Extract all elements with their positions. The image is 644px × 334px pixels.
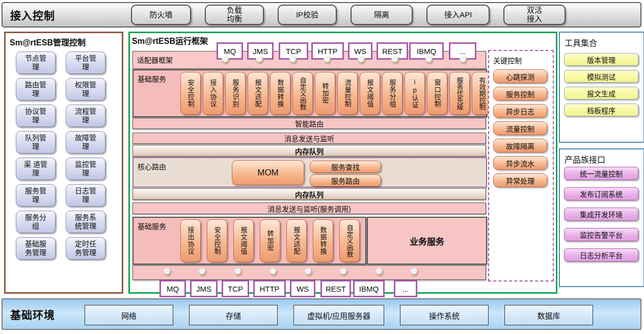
button-label: 日志管理 [73,187,98,204]
button-label: 报文阈值 [367,79,373,108]
message-generate-button[interactable]: 报文生成 [564,87,638,99]
integrated-dev-env-button[interactable]: 集成开发环境 [564,208,638,221]
security-control-button[interactable]: 安全控制 [207,219,227,262]
button-label: 报文生成 [587,88,615,98]
message-adapt-button[interactable]: 报文适配 [286,219,307,262]
smart-routing-bar: 智能路由 [132,118,486,129]
data-transform-button[interactable]: 数据转换 [313,219,333,262]
button-label: 接出协议 [187,226,194,255]
async-flow-button[interactable]: 异步流水 [493,156,547,170]
protocol-mgmt-button[interactable]: 协议管理 [16,105,56,127]
process-mgmt-button[interactable]: 流程管理 [66,105,105,127]
button-label: 隔离 [374,11,389,19]
message-threshold-button[interactable]: 报文阈值 [233,219,254,262]
message-adapt-button[interactable]: 报文适配 [248,72,268,115]
platform-mgmt-button[interactable]: 平台管理 [66,52,105,74]
pub-sub-system-button[interactable]: 发布订阅系统 [564,187,638,200]
connector-arrow-icon: → [323,268,330,275]
log-analysis-platform-button[interactable]: 日志分析平台 [564,248,638,262]
service-lookup-button[interactable]: 服务查找 [310,161,381,173]
async-log-button[interactable]: 异步日志 [493,104,547,118]
queue-mgmt-button[interactable]: 队列管理 [16,131,56,153]
protocol-label: JMS [253,47,268,56]
connector-arrow-icon: → [393,268,400,275]
protocol-label: IBMQ [417,47,436,56]
service-identify-button[interactable]: 服务识别 [225,72,246,115]
button-label: 监控管理 [73,160,98,177]
isolation-button[interactable]: 隔离 [351,5,413,25]
service-control-button[interactable]: 服务控制 [493,87,547,100]
database-button[interactable]: 数据库 [504,305,593,325]
protocol-http-bottom[interactable]: HTTP [253,280,286,297]
flow-control-button[interactable]: 流量控制 [337,72,358,115]
firewall-button[interactable]: 防火墙 [131,5,191,25]
connector-circle [324,56,331,64]
protocol-tcp-bottom[interactable]: TCP [222,280,249,297]
protocol-mq-bottom[interactable]: MQ [159,280,186,297]
connector-arrow-icon: → [238,56,246,63]
button-label: 流量控制 [506,123,534,134]
connector-arrow-icon: → [358,268,365,275]
network-button[interactable]: 网络 [85,305,173,325]
encryption-button[interactable]: 转加密 [260,219,280,262]
log-mgmt-button[interactable]: 日志管理 [66,184,105,207]
unified-flow-control-button[interactable]: 统一流量控制 [564,167,638,180]
window-control-button[interactable]: 窗口控制 [427,72,447,115]
channel-mgmt-button[interactable]: 渠 道管理 [16,158,56,180]
ip-check-button[interactable]: IP校验 [278,5,337,25]
security-control-button[interactable]: 安全控制 [180,72,201,115]
encryption-button[interactable]: 转加密 [315,72,335,115]
access-protocol-button[interactable]: 接入协议 [203,72,223,115]
base-services-top-section: 基础服务 安全控制 接入协议 服务识别 报文适配 数据转换 自定义函数 转加密 … [132,69,487,117]
flow-control-button[interactable]: 流量控制 [493,121,547,135]
protocol-label: HTTP [317,47,337,56]
fault-isolation-button[interactable]: 故障隔离 [493,139,547,152]
connector-arrow-icon: → [287,268,294,275]
os-button[interactable]: 操作系统 [400,305,489,325]
protocol-ws-bottom[interactable]: WS [290,280,315,297]
version-mgmt-button[interactable]: 版本管理 [564,53,638,66]
protocol-jms-bottom[interactable]: JMS [190,280,218,297]
message-threshold-button[interactable]: 报文阈值 [360,72,380,115]
protocol-rest-bottom[interactable]: REST [320,280,351,297]
simulation-test-button[interactable]: 模拟测试 [564,70,638,83]
protocol-label: WS [297,285,309,293]
heartbeat-detect-button[interactable]: 心跳探测 [493,69,547,83]
button-label: 集成开发环境 [580,209,623,219]
button-label: 协议管理 [23,107,48,124]
service-priority-button[interactable]: 服务优先级 [449,72,470,115]
data-transform-button[interactable]: 数据转换 [270,72,290,115]
service-group-button[interactable]: 服务分组 [16,211,56,233]
load-balance-button[interactable]: 负载均衡 [205,5,264,25]
service-group-button[interactable]: 服务分组 [382,72,403,115]
route-mgmt-button[interactable]: 路由管理 [16,78,56,100]
access-api-button[interactable]: 接入API [426,5,490,25]
monitor-alert-platform-button[interactable]: 监控告警平台 [564,228,638,241]
vm-app-server-button[interactable]: 虚拟机/应用服务器 [293,305,384,325]
ip-auth-button[interactable]: ip认证 [405,72,425,115]
button-label: 监控告警平台 [580,229,623,240]
mom-button[interactable]: MOM [232,160,304,185]
service-mgmt-button[interactable]: 服务管理 [16,184,56,207]
protocol-more-bottom[interactable]: ... [394,280,417,297]
service-system-mgmt-button[interactable]: 服务系统管理 [66,211,105,233]
timer-task-mgmt-button[interactable]: 定时任务管理 [66,237,105,260]
monitor-mgmt-button[interactable]: 监控管理 [66,158,105,180]
node-mgmt-button[interactable]: 节点管理 [16,52,56,74]
stub-program-button[interactable]: 档板程序 [564,104,638,116]
custom-function-button[interactable]: 自定义函数 [292,72,313,115]
outbound-protocol-button[interactable]: 接出协议 [180,219,201,262]
core-routing-label: 核心路由 [138,161,166,171]
dual-active-button[interactable]: 双活接入 [503,5,566,25]
base-service-mgmt-button[interactable]: 基础服务管理 [16,237,56,260]
button-label: 接入协议 [210,79,217,108]
storage-button[interactable]: 存储 [189,305,278,325]
protocol-ibmq-bottom[interactable]: IBMQ [353,280,385,297]
exception-handle-button[interactable]: 异常处理 [493,173,547,187]
custom-function-button[interactable]: 自定义函数 [339,219,360,262]
fault-mgmt-button[interactable]: 故障管理 [66,131,105,153]
esb-runtime-panel: Sm@rtESB运行框架 MQ JMS TCP HTTP WS REST IBM… [128,32,557,294]
permission-mgmt-button[interactable]: 权限管理 [66,78,105,100]
service-route-button[interactable]: 服务路由 [310,174,381,187]
button-label: 路由管理 [23,81,48,98]
